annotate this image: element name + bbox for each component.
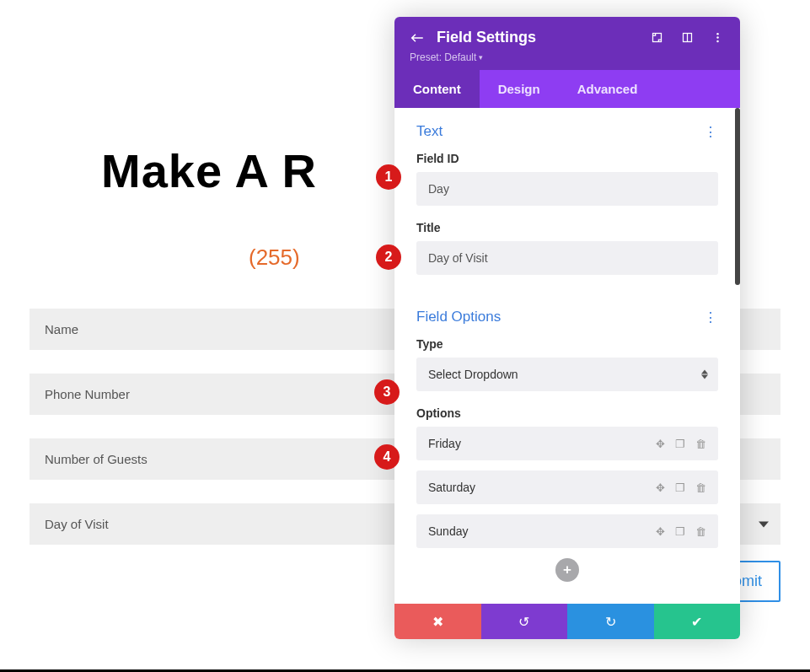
- field-settings-panel: Field Settings Preset: Default Content D…: [394, 17, 740, 639]
- option-row[interactable]: Friday ✥ ❐ 🗑: [416, 427, 718, 460]
- option-row[interactable]: Sunday ✥ ❐ 🗑: [416, 514, 718, 548]
- undo-icon: ↺: [518, 614, 529, 630]
- svg-point-4: [716, 36, 719, 39]
- duplicate-icon[interactable]: ❐: [675, 438, 685, 450]
- panel-footer: ✖ ↺ ↻ ✔: [394, 604, 740, 639]
- tab-design[interactable]: Design: [480, 70, 559, 108]
- redo-button[interactable]: ↻: [567, 604, 654, 639]
- annotation-marker: 3: [374, 379, 400, 405]
- chevron-down-icon: [759, 521, 769, 527]
- form-field-label: Day of Visit: [45, 517, 109, 531]
- text-section: Text ⋮ Field ID Day Title Day of Visit: [394, 108, 740, 305]
- tab-advanced[interactable]: Advanced: [559, 70, 657, 108]
- scrollbar[interactable]: [735, 108, 740, 285]
- options-label: Options: [416, 406, 718, 420]
- undo-button[interactable]: ↺: [481, 604, 568, 639]
- annotation-marker: 2: [376, 245, 401, 270]
- tab-content[interactable]: Content: [394, 70, 480, 108]
- delete-icon[interactable]: 🗑: [695, 525, 706, 538]
- option-label: Friday: [428, 437, 461, 450]
- field-id-input[interactable]: Day: [416, 172, 718, 206]
- option-label: Sunday: [428, 524, 468, 538]
- back-arrow-icon[interactable]: [410, 30, 425, 46]
- save-button[interactable]: ✔: [654, 604, 741, 639]
- check-icon: ✔: [691, 614, 702, 630]
- svg-point-5: [716, 40, 719, 43]
- panel-body: Text ⋮ Field ID Day Title Day of Visit F…: [394, 108, 740, 604]
- panel-title: Field Settings: [437, 29, 637, 46]
- duplicate-icon[interactable]: ❐: [675, 525, 685, 538]
- close-icon: ✖: [432, 614, 443, 630]
- move-icon[interactable]: ✥: [656, 438, 665, 450]
- title-label: Title: [416, 221, 718, 234]
- panel-layout-icon[interactable]: [679, 30, 695, 46]
- move-icon[interactable]: ✥: [656, 481, 665, 494]
- section-title-text[interactable]: Text: [416, 123, 443, 140]
- type-select-value: Select Dropdown: [428, 368, 518, 381]
- section-title-options[interactable]: Field Options: [416, 309, 501, 325]
- svg-point-3: [716, 33, 719, 35]
- option-row[interactable]: Saturday ✥ ❐ 🗑: [416, 470, 718, 504]
- svg-rect-0: [652, 34, 661, 42]
- option-label: Saturday: [428, 481, 475, 494]
- type-select[interactable]: Select Dropdown: [416, 358, 718, 391]
- panel-tabs: Content Design Advanced: [394, 70, 740, 108]
- more-menu-icon[interactable]: [710, 30, 725, 46]
- field-id-label: Field ID: [416, 152, 718, 165]
- type-label: Type: [416, 337, 718, 351]
- section-menu-icon[interactable]: ⋮: [704, 309, 718, 325]
- annotation-marker: 4: [374, 444, 400, 470]
- annotation-marker: 1: [376, 164, 401, 190]
- panel-header: Field Settings Preset: Default: [394, 17, 740, 70]
- expand-icon[interactable]: [649, 30, 664, 46]
- section-menu-icon[interactable]: ⋮: [704, 124, 718, 140]
- preset-dropdown[interactable]: Preset: Default: [410, 51, 725, 63]
- title-input[interactable]: Day of Visit: [416, 241, 718, 275]
- delete-icon[interactable]: 🗑: [695, 438, 706, 450]
- cancel-button[interactable]: ✖: [394, 604, 481, 639]
- move-icon[interactable]: ✥: [656, 525, 665, 538]
- add-option-button[interactable]: +: [555, 558, 579, 582]
- sort-arrows-icon: [701, 370, 708, 379]
- field-options-section: Field Options ⋮ Type Select Dropdown Opt…: [394, 305, 740, 604]
- duplicate-icon[interactable]: ❐: [675, 481, 685, 494]
- redo-icon: ↻: [605, 614, 616, 630]
- delete-icon[interactable]: 🗑: [695, 481, 706, 494]
